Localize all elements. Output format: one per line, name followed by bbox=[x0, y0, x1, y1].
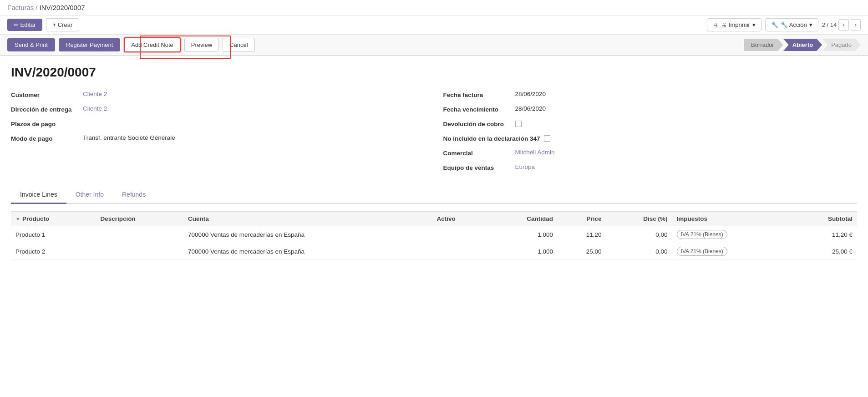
print-chevron-icon: ▾ bbox=[752, 21, 756, 28]
col-descripcion: Descripción bbox=[96, 212, 183, 226]
sales-team-value[interactable]: Europa bbox=[515, 163, 535, 170]
toolbar-row2: Send & Print Register Payment Add Credit… bbox=[0, 35, 868, 56]
breadcrumb: Facturas / INV/2020/0007 bbox=[0, 0, 868, 15]
nav-prev-button[interactable]: ‹ bbox=[838, 19, 848, 31]
delivery-field-row: Dirección de entrega Cliente 2 bbox=[11, 105, 425, 117]
tax-badge-row2: IVA 21% (Bienes) bbox=[677, 247, 727, 256]
customer-field-row: Customer Cliente 2 bbox=[11, 91, 425, 102]
action-button[interactable]: 🔧 🔧 Acción ▾ bbox=[765, 18, 818, 31]
not-included-field-row: No incluido en la declaración 347 bbox=[443, 134, 858, 146]
tab-invoice-lines[interactable]: Invoice Lines bbox=[11, 186, 66, 204]
row2-descripcion bbox=[96, 243, 183, 260]
step-abierto: Abierto bbox=[783, 39, 822, 51]
payment-mode-field-row: Modo de pago Transf. entrante Société Gé… bbox=[11, 134, 425, 146]
col-impuestos: Impuestos bbox=[672, 212, 791, 226]
print-label: 🖨 Imprimir bbox=[721, 21, 750, 28]
invoice-date-value: 28/06/2020 bbox=[515, 91, 546, 97]
invoice-table: ▼Producto Descripción Cuenta Activo Cant… bbox=[11, 211, 857, 260]
sort-icon: ▼ bbox=[15, 216, 20, 222]
edit-button[interactable]: ✏ Editar bbox=[7, 19, 42, 31]
invoice-date-field-row: Fecha factura 28/06/2020 bbox=[443, 91, 858, 102]
print-button[interactable]: 🖨 🖨 Imprimir ▾ bbox=[707, 18, 761, 31]
main-content: INV/2020/0007 Customer Cliente 2 Direcci… bbox=[0, 56, 868, 269]
delivery-label: Dirección de entrega bbox=[11, 105, 79, 113]
col-subtotal: Subtotal bbox=[790, 212, 857, 226]
salesperson-label: Comercial bbox=[443, 149, 512, 157]
preview-button[interactable]: Preview bbox=[184, 38, 219, 52]
nav-next-button[interactable]: › bbox=[851, 19, 861, 31]
due-date-field-row: Fecha vencimiento 28/06/2020 bbox=[443, 105, 858, 117]
invoice-date-label: Fecha factura bbox=[443, 91, 512, 98]
row2-subtotal: 25,00 € bbox=[790, 243, 857, 260]
due-date-value: 28/06/2020 bbox=[515, 105, 546, 112]
form-right: Fecha factura 28/06/2020 Fecha vencimien… bbox=[443, 91, 858, 175]
payment-mode-value: Transf. entrante Société Générale bbox=[83, 134, 175, 141]
row2-activo bbox=[432, 243, 487, 260]
send-print-button[interactable]: Send & Print bbox=[7, 38, 55, 51]
tabs-bar: Invoice Lines Other Info Refunds bbox=[11, 186, 857, 204]
row1-cantidad: 1,000 bbox=[487, 226, 558, 243]
cancel-button[interactable]: Cancel bbox=[223, 38, 254, 52]
status-steps: Borrador Abierto Pagado bbox=[744, 39, 861, 51]
row1-disc: 0,00 bbox=[606, 226, 672, 243]
due-date-label: Fecha vencimiento bbox=[443, 105, 512, 113]
table-row: Producto 1 700000 Ventas de mercaderías … bbox=[11, 226, 857, 243]
nav-counter: 2 / 14 ‹ › bbox=[822, 19, 861, 31]
form-left: Customer Cliente 2 Dirección de entrega … bbox=[11, 91, 425, 175]
row1-descripcion bbox=[96, 226, 183, 243]
tab-other-info[interactable]: Other Info bbox=[66, 186, 113, 204]
salesperson-field-row: Comercial Mitchell Admin bbox=[443, 149, 858, 161]
col-producto: ▼Producto bbox=[11, 212, 96, 226]
delivery-value[interactable]: Cliente 2 bbox=[83, 105, 107, 112]
row1-impuestos: IVA 21% (Bienes) bbox=[672, 226, 791, 243]
customer-label: Customer bbox=[11, 91, 79, 98]
col-activo: Activo bbox=[432, 212, 487, 226]
breadcrumb-current: INV/2020/0007 bbox=[40, 4, 85, 11]
action-chevron-icon: ▾ bbox=[809, 21, 812, 28]
step-borrador: Borrador bbox=[744, 39, 783, 51]
form-grid: Customer Cliente 2 Dirección de entrega … bbox=[11, 91, 857, 175]
row2-impuestos: IVA 21% (Bienes) bbox=[672, 243, 791, 260]
row1-producto: Producto 1 bbox=[11, 226, 96, 243]
payment-terms-label: Plazos de pago bbox=[11, 120, 79, 127]
row2-cuenta: 700000 Ventas de mercaderías en España bbox=[183, 243, 432, 260]
row2-disc: 0,00 bbox=[606, 243, 672, 260]
toolbar-row1: ✏ Editar + Crear 🖨 🖨 Imprimir ▾ 🔧 🔧 Acci… bbox=[0, 15, 868, 35]
table-row: Producto 2 700000 Ventas de mercaderías … bbox=[11, 243, 857, 260]
table-header-row: ▼Producto Descripción Cuenta Activo Cant… bbox=[11, 212, 857, 226]
create-button[interactable]: + Crear bbox=[46, 18, 80, 31]
row1-activo bbox=[432, 226, 487, 243]
breadcrumb-parent-link[interactable]: Facturas bbox=[7, 4, 34, 11]
not-included-label: No incluido en la declaración 347 bbox=[443, 134, 540, 142]
col-cuenta: Cuenta bbox=[183, 212, 432, 226]
row1-subtotal: 11,20 € bbox=[790, 226, 857, 243]
step-pagado: Pagado bbox=[822, 39, 861, 51]
invoice-title: INV/2020/0007 bbox=[11, 65, 857, 80]
sales-team-field-row: Equipo de ventas Europa bbox=[443, 163, 858, 175]
register-payment-button[interactable]: Register Payment bbox=[59, 38, 120, 51]
row2-cantidad: 1,000 bbox=[487, 243, 558, 260]
wrench-icon: 🔧 bbox=[771, 21, 778, 28]
payment-mode-label: Modo de pago bbox=[11, 134, 79, 142]
breadcrumb-separator: / bbox=[36, 4, 37, 11]
customer-value[interactable]: Cliente 2 bbox=[83, 91, 107, 97]
cash-rounding-field-row: Devolución de cobro bbox=[443, 120, 858, 132]
row1-cuenta: 700000 Ventas de mercaderías en España bbox=[183, 226, 432, 243]
row2-price: 25,00 bbox=[558, 243, 606, 260]
col-price: Price bbox=[558, 212, 606, 226]
tab-refunds[interactable]: Refunds bbox=[113, 186, 155, 204]
sales-team-label: Equipo de ventas bbox=[443, 163, 512, 171]
not-included-checkbox[interactable] bbox=[544, 135, 550, 142]
tax-badge-row1: IVA 21% (Bienes) bbox=[677, 230, 727, 239]
row1-price: 11,20 bbox=[558, 226, 606, 243]
salesperson-value[interactable]: Mitchell Admin bbox=[515, 149, 555, 156]
cash-rounding-checkbox[interactable] bbox=[515, 121, 522, 127]
col-disc: Disc (%) bbox=[606, 212, 672, 226]
add-credit-note-button[interactable]: Add Credit Note bbox=[124, 37, 181, 52]
action-label: 🔧 Acción bbox=[781, 21, 807, 28]
col-cantidad: Cantidad bbox=[487, 212, 558, 226]
cash-rounding-label: Devolución de cobro bbox=[443, 120, 512, 127]
row2-producto: Producto 2 bbox=[11, 243, 96, 260]
payment-terms-field-row: Plazos de pago bbox=[11, 120, 425, 132]
print-icon: 🖨 bbox=[713, 21, 719, 28]
